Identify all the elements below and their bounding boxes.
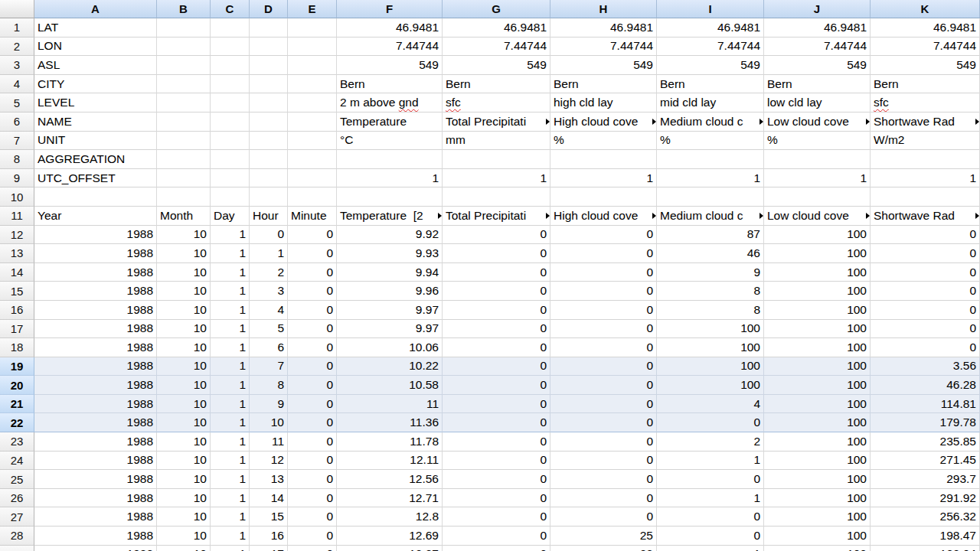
cell-C6[interactable]: [211, 112, 250, 132]
cell-K11[interactable]: Shortwave Rad: [871, 207, 980, 226]
cell-C19[interactable]: 1: [211, 357, 250, 377]
cell-B25[interactable]: 10: [157, 470, 211, 489]
cell-C5[interactable]: [211, 93, 250, 112]
cell-J12[interactable]: 100: [764, 226, 871, 245]
cell-A3[interactable]: ASL: [34, 56, 157, 75]
cell-B27[interactable]: 10: [157, 507, 211, 527]
row-header-29[interactable]: 29: [0, 546, 34, 551]
cell-G4[interactable]: Bern: [443, 75, 550, 94]
cell-F5[interactable]: 2 m above gnd: [337, 93, 443, 112]
cell-B22[interactable]: 10: [157, 413, 211, 432]
cell-E11[interactable]: Minute: [288, 207, 337, 226]
cell-D4[interactable]: [250, 75, 288, 94]
cell-H21[interactable]: 0: [550, 395, 657, 414]
cell-H23[interactable]: 0: [550, 432, 657, 452]
cell-E3[interactable]: [288, 56, 337, 75]
cell-I25[interactable]: 0: [657, 470, 764, 489]
cell-F9[interactable]: 1: [337, 169, 443, 188]
cell-G16[interactable]: 0: [443, 301, 550, 320]
cell-A20[interactable]: 1988: [34, 376, 157, 395]
cell-K7[interactable]: W/m2: [871, 132, 980, 151]
cell-K9[interactable]: 1: [871, 169, 980, 188]
cell-K27[interactable]: 256.32: [871, 507, 980, 527]
row-header-13[interactable]: 13: [0, 244, 34, 263]
cell-B15[interactable]: 10: [157, 282, 211, 301]
cell-J4[interactable]: Bern: [764, 75, 871, 94]
cell-F16[interactable]: 9.97: [337, 301, 443, 320]
cell-D5[interactable]: [250, 93, 288, 112]
cell-J23[interactable]: 100: [764, 432, 871, 452]
column-header-G[interactable]: G: [443, 0, 550, 18]
cell-B19[interactable]: 10: [157, 357, 211, 377]
cell-K26[interactable]: 291.92: [871, 489, 980, 508]
cell-H26[interactable]: 0: [550, 489, 657, 508]
cell-F23[interactable]: 11.78: [337, 432, 443, 452]
cell-I20[interactable]: 100: [657, 376, 764, 395]
cell-J24[interactable]: 100: [764, 452, 871, 471]
cell-G11[interactable]: Total Precipitati: [443, 207, 550, 226]
cell-K12[interactable]: 0: [871, 226, 980, 245]
cell-J8[interactable]: [764, 150, 871, 169]
cell-H27[interactable]: 0: [550, 507, 657, 527]
cell-F4[interactable]: Bern: [337, 75, 443, 94]
cell-K28[interactable]: 198.47: [871, 527, 980, 546]
cell-I2[interactable]: 7.44744: [657, 37, 764, 57]
cell-D27[interactable]: 15: [250, 507, 288, 527]
row-header-26[interactable]: 26: [0, 489, 34, 508]
cell-H10[interactable]: [550, 187, 657, 207]
cell-D26[interactable]: 14: [250, 489, 288, 508]
cell-D29[interactable]: 17: [250, 546, 288, 551]
cell-H28[interactable]: 25: [550, 527, 657, 546]
cell-F13[interactable]: 9.93: [337, 244, 443, 263]
cell-J14[interactable]: 100: [764, 263, 871, 282]
cell-I5[interactable]: mid cld lay: [657, 93, 764, 112]
cell-D2[interactable]: [250, 37, 288, 57]
cell-G29[interactable]: 0: [443, 546, 550, 551]
cell-E29[interactable]: 0: [288, 546, 337, 551]
cell-B16[interactable]: 10: [157, 301, 211, 320]
cell-I18[interactable]: 100: [657, 338, 764, 357]
cell-I3[interactable]: 549: [657, 56, 764, 75]
cell-E15[interactable]: 0: [288, 282, 337, 301]
cell-H7[interactable]: %: [550, 132, 657, 151]
cell-B10[interactable]: [157, 187, 211, 207]
cell-B28[interactable]: 10: [157, 527, 211, 546]
cell-G12[interactable]: 0: [443, 226, 550, 245]
cell-I15[interactable]: 8: [657, 282, 764, 301]
cell-J2[interactable]: 7.44744: [764, 37, 871, 57]
cell-J28[interactable]: 100: [764, 527, 871, 546]
cell-E8[interactable]: [288, 150, 337, 169]
cell-G9[interactable]: 1: [443, 169, 550, 188]
cell-C24[interactable]: 1: [211, 452, 250, 471]
cell-I13[interactable]: 46: [657, 244, 764, 263]
cell-J17[interactable]: 100: [764, 320, 871, 339]
cell-K16[interactable]: 0: [871, 301, 980, 320]
cell-I23[interactable]: 2: [657, 432, 764, 452]
cell-B6[interactable]: [157, 112, 211, 132]
row-header-4[interactable]: 4: [0, 75, 34, 94]
row-header-21[interactable]: 21: [0, 395, 34, 414]
cell-I26[interactable]: 1: [657, 489, 764, 508]
cell-I8[interactable]: [657, 150, 764, 169]
cell-J19[interactable]: 100: [764, 357, 871, 377]
cell-E27[interactable]: 0: [288, 507, 337, 527]
cell-F14[interactable]: 9.94: [337, 263, 443, 282]
cell-C4[interactable]: [211, 75, 250, 94]
cell-J11[interactable]: Low cloud cove: [764, 207, 871, 226]
cell-F21[interactable]: 11: [337, 395, 443, 414]
cell-K13[interactable]: 0: [871, 244, 980, 263]
row-header-2[interactable]: 2: [0, 37, 34, 57]
cell-J26[interactable]: 100: [764, 489, 871, 508]
row-header-6[interactable]: 6: [0, 112, 34, 132]
cell-G26[interactable]: 0: [443, 489, 550, 508]
cell-A24[interactable]: 1988: [34, 452, 157, 471]
cell-G3[interactable]: 549: [443, 56, 550, 75]
cell-D6[interactable]: [250, 112, 288, 132]
row-header-7[interactable]: 7: [0, 132, 34, 151]
cell-K2[interactable]: 7.44744: [871, 37, 980, 57]
row-header-16[interactable]: 16: [0, 301, 34, 320]
cell-A9[interactable]: UTC_OFFSET: [34, 169, 157, 188]
cell-K8[interactable]: [871, 150, 980, 169]
cell-C28[interactable]: 1: [211, 527, 250, 546]
cell-G5[interactable]: sfc: [443, 93, 550, 112]
